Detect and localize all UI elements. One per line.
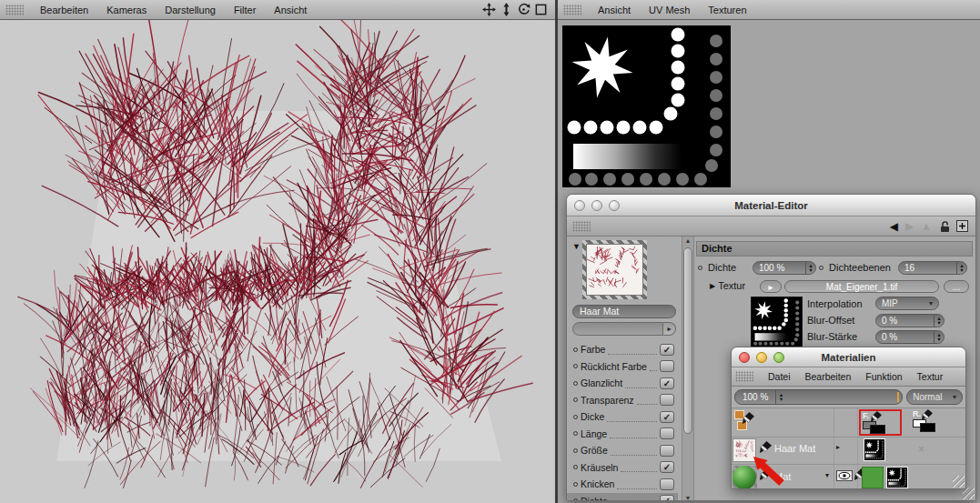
texture-layer-thumb[interactable] [864,438,885,461]
channel-scrollbar[interactable]: ▲ ▼ [682,236,694,501]
channel-checkbox[interactable] [660,428,674,439]
preview-expander-icon[interactable]: ▼ [572,242,581,251]
channel-row[interactable]: Glanzlicht✓ [572,375,676,392]
material-editor-titlebar[interactable]: Material-Editor [567,195,975,216]
menu-mat-bearbeiten[interactable]: Bearbeiten [798,371,859,382]
color-layer-thumb[interactable] [862,467,884,488]
material-shader-field[interactable] [572,322,663,336]
spinner[interactable]: ▲▼ [934,331,944,343]
channel-row[interactable]: Dicke✓ [572,408,676,426]
zoom-button[interactable] [609,200,620,211]
menu-kameras[interactable]: Kameras [97,5,156,15]
materials-titlebar[interactable]: Materialien [732,347,965,367]
brush-icon[interactable] [760,441,772,453]
texture-file-button[interactable]: Mat_Eigener_1.tif [784,280,939,293]
layer-manager-icon[interactable] [734,410,760,435]
browse-button[interactable]: ... [944,280,969,293]
spinner[interactable]: ▲▼ [805,262,815,274]
spinner[interactable]: ▲▼ [956,262,966,274]
channel-checkbox[interactable]: ✓ [660,495,674,501]
menu-filter[interactable]: Filter [225,5,265,15]
material-thumbnail-mat[interactable] [732,466,757,489]
close-button[interactable] [739,352,750,363]
menu-bearbeiten[interactable]: Bearbeiten [31,5,97,15]
panel-grip-icon[interactable] [572,221,591,232]
expand-right-icon[interactable]: ▸ [836,443,840,451]
spinner[interactable]: ▲▼ [934,315,944,327]
column-r-header[interactable]: R. [911,409,953,436]
channel-checkbox[interactable] [660,360,674,372]
menu-uv-mesh[interactable]: UV Mesh [640,5,699,15]
maximize-view-icon[interactable] [534,3,548,16]
material-row-name[interactable]: Haar Mat [774,443,815,454]
channel-row[interactable]: Dichte✓ [567,493,678,502]
channel-row[interactable]: Kräuseln✓ [572,459,676,477]
render-viewport[interactable] [0,20,555,503]
shader-popup-button[interactable]: ▸ [663,322,676,336]
material-thumbnail-haar-mat[interactable] [732,438,756,462]
history-back-icon[interactable]: ◀ [890,220,898,233]
move-camera-icon[interactable] [482,3,496,16]
minimize-button[interactable] [756,352,767,363]
delete-layer-icon[interactable]: × [918,443,924,456]
dichte-value-field[interactable]: 100 % ▲▼ [753,261,816,275]
panel-grip-icon[interactable] [735,371,753,382]
eye-icon[interactable] [836,470,853,481]
menu-tex-ansicht[interactable]: Ansicht [589,5,640,15]
minimize-button[interactable] [591,200,602,211]
channel-checkbox[interactable] [660,394,674,406]
menu-textur[interactable]: Textur [910,371,951,382]
texture-thumbnail[interactable] [751,297,803,347]
column-f-header-selected[interactable]: F. [859,409,902,436]
texture-layer-thumb[interactable] [886,467,908,488]
channel-checkbox[interactable] [660,445,674,457]
channel-row[interactable]: Knicken [572,476,676,493]
scrollbar-thumb[interactable] [683,247,692,434]
interpolation-dropdown[interactable]: MIP ▾ [875,297,939,310]
menu-datei[interactable]: Datei [761,371,798,382]
textur-expander-icon[interactable]: ▶ [710,282,715,290]
menu-texturen[interactable]: Texturen [699,5,755,15]
rotate-camera-icon[interactable] [517,3,530,16]
channel-checkbox[interactable]: ✓ [660,344,674,356]
history-forward-icon[interactable]: ▶ [905,220,914,233]
blend-mode-dropdown[interactable]: Normal ▾ [906,389,963,405]
channel-checkbox[interactable] [660,478,674,490]
channel-row[interactable]: Rücklicht Farbe [572,358,676,376]
strength-field[interactable]: 100 % ▲▼ [734,389,903,405]
zoom-button[interactable] [773,352,784,363]
zoom-camera-icon[interactable] [500,3,513,16]
menu-ansicht[interactable]: Ansicht [265,5,316,15]
menu-funktion[interactable]: Funktion [858,371,909,382]
expand-down-icon[interactable]: ▾ [825,471,829,479]
brush-icon-target[interactable] [760,468,772,480]
channel-checkbox[interactable]: ✓ [660,377,674,389]
close-button[interactable] [574,200,585,211]
channel-row[interactable]: Farbe✓ [572,341,676,358]
texture-image[interactable] [562,25,731,187]
material-name-field[interactable]: Haar Mat [572,305,676,318]
resize-grip[interactable] [953,476,965,488]
channel-row[interactable]: Länge [572,426,676,443]
textur-label[interactable]: ▶ Textur [710,280,745,291]
channel-row[interactable]: Größe [572,442,676,459]
material-row-name[interactable]: Mat [774,471,791,482]
blur-strength-field[interactable]: 0 % ▲▼ [875,330,945,344]
channel-row[interactable]: Transparenz [572,392,676,409]
channel-checkbox[interactable]: ✓ [660,411,674,423]
up-icon[interactable]: ▲ [921,220,932,233]
scroll-down-icon[interactable]: ▼ [682,495,693,501]
lock-icon[interactable] [939,220,951,233]
dichteebenen-value-field[interactable]: 16 ▲▼ [898,261,967,275]
panel-grip-icon[interactable] [5,5,24,15]
channel-checkbox[interactable]: ✓ [660,461,674,473]
blur-offset-field[interactable]: 0 % ▲▼ [875,314,945,327]
texture-popup-button[interactable]: ▸ [760,280,782,293]
scroll-up-icon[interactable]: ▲ [682,237,693,244]
spinner[interactable]: ▲▼ [775,390,785,404]
menu-darstellung[interactable]: Darstellung [156,5,225,15]
panel-grip-icon[interactable] [563,5,581,15]
brush-icon [743,412,754,424]
add-icon[interactable] [956,220,968,232]
material-preview-selected[interactable] [582,240,647,299]
